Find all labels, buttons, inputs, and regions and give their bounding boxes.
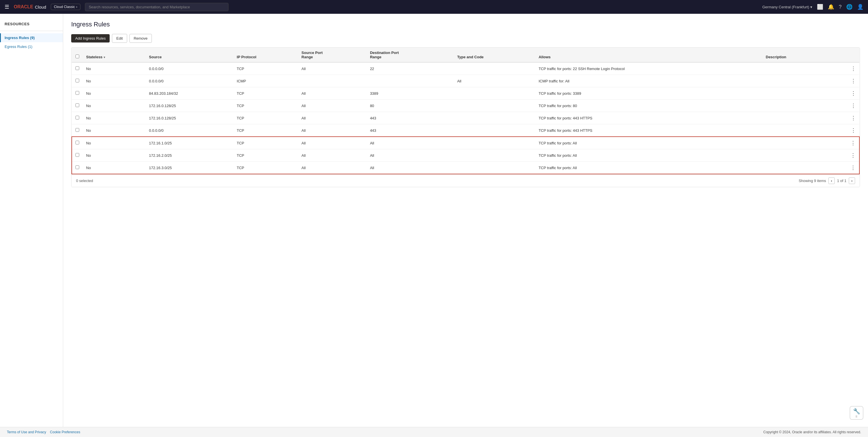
row-checkbox-cell bbox=[72, 112, 83, 124]
sidebar-item-egress-rules[interactable]: Egress Rules (1) bbox=[0, 42, 63, 51]
row-type-and-code bbox=[454, 149, 535, 162]
row-actions-cell: ⋮ bbox=[829, 75, 859, 87]
row-description bbox=[763, 162, 829, 174]
profile-icon[interactable]: 👤 bbox=[857, 4, 863, 10]
layout: Resources Ingress Rules (9) Egress Rules… bbox=[0, 14, 868, 437]
row-actions-menu[interactable]: ⋮ bbox=[833, 102, 856, 109]
topnav-icons: ⬜ 🔔 ? 🌐 👤 bbox=[817, 4, 863, 10]
header-ip-protocol: IP Protocol bbox=[234, 48, 298, 62]
row-destination-port-range: All bbox=[367, 137, 454, 149]
select-all-checkbox[interactable] bbox=[75, 55, 79, 58]
row-type-and-code: All bbox=[454, 75, 535, 87]
page-title: Ingress Rules bbox=[71, 21, 860, 28]
row-checkbox-cell bbox=[72, 62, 83, 75]
row-checkbox[interactable] bbox=[75, 116, 79, 120]
region-chevron-icon: ▾ bbox=[810, 5, 812, 9]
row-actions-menu[interactable]: ⋮ bbox=[833, 127, 856, 133]
row-actions-menu[interactable]: ⋮ bbox=[833, 90, 856, 96]
sort-icon: ▾ bbox=[104, 56, 105, 59]
oracle-text: ORACLE bbox=[14, 4, 33, 9]
row-source-port-range bbox=[298, 75, 367, 87]
row-source: 0.0.0.0/0 bbox=[146, 75, 234, 87]
row-checkbox[interactable] bbox=[75, 66, 79, 70]
row-ip-protocol: TCP bbox=[234, 124, 298, 137]
header-destination-port-range: Destination PortRange bbox=[367, 48, 454, 62]
row-type-and-code bbox=[454, 87, 535, 100]
sidebar-divider bbox=[0, 31, 63, 31]
row-actions-menu[interactable]: ⋮ bbox=[833, 152, 856, 158]
row-checkbox[interactable] bbox=[75, 128, 79, 132]
row-allows: TCP traffic for ports: 443 HTTPS bbox=[535, 112, 762, 124]
row-description bbox=[763, 124, 829, 137]
row-stateless: No bbox=[83, 124, 146, 137]
row-allows: TCP traffic for ports: 80 bbox=[535, 100, 762, 112]
copyright-text: Copyright © 2024, Oracle and/or its affi… bbox=[763, 430, 861, 434]
row-actions-menu[interactable]: ⋮ bbox=[833, 65, 856, 72]
menu-icon[interactable]: ☰ bbox=[5, 4, 9, 10]
console-icon[interactable]: ⬜ bbox=[817, 4, 823, 10]
row-type-and-code bbox=[454, 162, 535, 174]
row-ip-protocol: ICMP bbox=[234, 75, 298, 87]
ingress-rules-table: Stateless ▾ Source IP Protocol Source Po… bbox=[71, 48, 860, 174]
row-allows: ICMP traffic for: All bbox=[535, 75, 762, 87]
sidebar-item-ingress-rules[interactable]: Ingress Rules (9) bbox=[0, 33, 63, 42]
region-label: Germany Central (Frankfurt) bbox=[763, 5, 809, 9]
row-ip-protocol: TCP bbox=[234, 137, 298, 149]
row-checkbox-cell bbox=[72, 162, 83, 174]
table-row: No172.16.0.128/25TCPAll443TCP traffic fo… bbox=[72, 112, 859, 124]
header-stateless[interactable]: Stateless ▾ bbox=[83, 48, 146, 62]
row-source: 172.16.3.0/25 bbox=[146, 162, 234, 174]
terms-link[interactable]: Terms of Use and Privacy bbox=[7, 430, 46, 434]
header-actions bbox=[829, 48, 859, 62]
row-source-port-range: All bbox=[298, 137, 367, 149]
table-row: No172.16.3.0/25TCPAllAllTCP traffic for … bbox=[72, 162, 859, 174]
row-checkbox[interactable] bbox=[75, 141, 79, 145]
prev-page-button[interactable]: ‹ bbox=[828, 178, 835, 184]
row-checkbox[interactable] bbox=[75, 153, 79, 157]
table-header-row: Stateless ▾ Source IP Protocol Source Po… bbox=[72, 48, 859, 62]
header-allows: Allows bbox=[535, 48, 762, 62]
row-actions-menu[interactable]: ⋮ bbox=[833, 115, 856, 121]
row-type-and-code bbox=[454, 62, 535, 75]
help-widget[interactable]: 🔧 ⠿ bbox=[849, 406, 863, 420]
row-checkbox[interactable] bbox=[75, 79, 79, 83]
table-row: No84.83.203.184/32TCPAll3389TCP traffic … bbox=[72, 87, 859, 100]
row-description bbox=[763, 87, 829, 100]
row-checkbox-cell bbox=[72, 124, 83, 137]
cloud-classic-label: Cloud Classic bbox=[54, 5, 75, 9]
notifications-icon[interactable]: 🔔 bbox=[828, 4, 834, 10]
row-actions-menu[interactable]: ⋮ bbox=[833, 140, 856, 146]
row-destination-port-range: 443 bbox=[367, 124, 454, 137]
row-actions-cell: ⋮ bbox=[829, 62, 859, 75]
row-type-and-code bbox=[454, 112, 535, 124]
row-checkbox[interactable] bbox=[75, 165, 79, 169]
remove-button[interactable]: Remove bbox=[129, 34, 152, 43]
help-icon[interactable]: ? bbox=[839, 4, 842, 10]
row-source: 0.0.0.0/0 bbox=[146, 124, 234, 137]
row-checkbox[interactable] bbox=[75, 91, 79, 95]
row-actions-menu[interactable]: ⋮ bbox=[833, 78, 856, 84]
language-icon[interactable]: 🌐 bbox=[846, 4, 852, 10]
table-row: No0.0.0.0/0ICMPAllICMP traffic for: All … bbox=[72, 75, 859, 87]
ingress-rules-table-container: Stateless ▾ Source IP Protocol Source Po… bbox=[71, 48, 860, 187]
row-source-port-range: All bbox=[298, 124, 367, 137]
search-input[interactable] bbox=[85, 3, 228, 11]
page-info: 1 of 1 bbox=[837, 179, 846, 183]
next-page-button[interactable]: › bbox=[849, 178, 855, 184]
cookie-preferences-link[interactable]: Cookie Preferences bbox=[50, 430, 80, 434]
region-selector[interactable]: Germany Central (Frankfurt) ▾ bbox=[763, 5, 812, 9]
row-ip-protocol: TCP bbox=[234, 62, 298, 75]
row-destination-port-range: 22 bbox=[367, 62, 454, 75]
stateless-label: Stateless bbox=[86, 55, 102, 59]
row-actions-menu[interactable]: ⋮ bbox=[833, 164, 856, 171]
row-stateless: No bbox=[83, 87, 146, 100]
add-ingress-rules-button[interactable]: Add Ingress Rules bbox=[71, 34, 110, 42]
row-description bbox=[763, 112, 829, 124]
row-checkbox[interactable] bbox=[75, 103, 79, 107]
row-allows: TCP traffic for ports: All bbox=[535, 137, 762, 149]
row-source: 172.16.1.0/25 bbox=[146, 137, 234, 149]
row-allows: TCP traffic for ports: 443 HTTPS bbox=[535, 124, 762, 137]
cloud-classic-badge[interactable]: Cloud Classic › bbox=[51, 4, 81, 10]
row-source: 172.16.0.128/25 bbox=[146, 100, 234, 112]
edit-button[interactable]: Edit bbox=[112, 34, 127, 43]
